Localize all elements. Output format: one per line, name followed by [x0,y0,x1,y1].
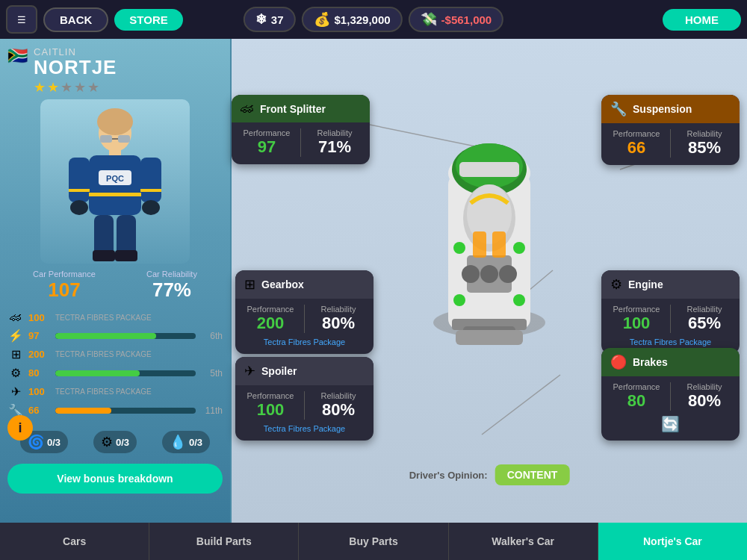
spoiler-perf: Performance 100 [244,391,297,420]
car-stats: Car Performance 107 Car Reliability 77% [7,270,223,302]
star-2: ★ [47,79,59,96]
spoiler-package: Tectra Fibres Package [244,424,365,433]
part-bar-6 [55,408,196,414]
part-row-2: ⚡ 97 6th [7,329,223,343]
svg-rect-46 [492,231,506,258]
bonus-item-2: ⚙ 0/3 [93,431,137,453]
front-splitter-header: 🏎 Front Splitter [232,95,370,122]
part-row-6: 🔧 66 11th [7,403,223,417]
bonus-text-2: 0/3 [116,437,129,448]
part-value-4: 80 [28,367,51,379]
driver-flag: 🇿🇦 [7,46,28,66]
menu-button[interactable]: ☰ [6,5,37,34]
svg-line-24 [482,375,560,435]
svg-rect-45 [473,231,486,258]
brakes-perf-value: 80 [610,391,663,411]
engine-rel: Reliability 65% [678,305,731,333]
gearbox-card: ⊞ Gearbox Performance 200 Reliability 80… [235,270,374,354]
driver-lastname: NORTJE [34,57,117,77]
engine-package: Tectra Fibres Package [610,337,731,346]
gearbox-header: ⊞ Gearbox [235,270,374,299]
top-bar-left: ☰ BACK STORE [6,5,183,34]
opinion-badge: CONTENT [495,464,570,485]
brakes-rel: Reliability 80% [678,382,731,411]
store-button[interactable]: STORE [114,9,182,31]
tab-nortjes-car[interactable]: Nortje's Car [598,523,747,560]
tab-walkers-car[interactable]: Walker's Car [449,523,598,560]
front-splitter-stats: Performance 97 Reliability 71% [241,128,361,157]
view-bonus-button[interactable]: View bonus breakdown [7,464,223,494]
front-splitter-rel-value: 71% [309,137,361,157]
star-3: ★ [61,79,72,96]
bonus-text-1: 0/3 [47,437,61,448]
part-icon-2: ⚡ [7,329,24,343]
driver-image: PQC [40,99,190,264]
engine-rel-value: 65% [678,314,731,333]
cost-icon: 💸 [421,11,437,28]
svg-point-35 [462,265,480,283]
tab-cars[interactable]: Cars [0,523,149,560]
part-package-3: TECTRA FIBRES PACKAGE [55,350,223,358]
suspension-card: 🔧 Suspension Performance 66 Reliability … [601,95,740,165]
front-splitter-perf: Performance 97 [241,128,293,157]
home-button[interactable]: HOME [663,9,741,31]
spoiler-rel-value: 80% [312,400,365,420]
svg-point-11 [70,200,88,215]
gearbox-icon: ⊞ [244,276,255,293]
tab-buy-parts[interactable]: Buy Parts [299,523,448,560]
bonus-icons: 🌀 0/3 ⚙ 0/3 💧 0/3 [7,431,223,453]
brakes-header: 🔴 Brakes [601,348,740,376]
svg-rect-14 [117,215,136,256]
engine-stats: Performance 100 Reliability 65% [610,305,731,333]
gearbox-title: Gearbox [261,279,304,290]
svg-rect-6 [69,158,90,202]
suspension-header: 🔧 Suspension [601,95,740,123]
brakes-perf: Performance 80 [610,382,663,411]
svg-rect-13 [94,215,114,256]
part-row-5: ✈ 100 TECTRA FIBRES PACKAGE [7,385,223,399]
car-performance-label: Car Performance [33,270,96,279]
part-row-3: ⊞ 200 TECTRA FIBRES PACKAGE [7,347,223,361]
svg-rect-2 [109,148,121,155]
drivers-opinion: Driver's Opinion: CONTENT [409,464,570,485]
brakes-icon: 🔴 [610,354,627,370]
bonus-icon-3: 💧 [170,434,186,450]
part-icon-3: ⊞ [7,347,24,361]
svg-rect-18 [118,135,130,143]
part-package-1: TECTRA FIBRES PACKAGE [55,314,223,322]
part-row-4: ⚙ 80 5th [7,366,223,380]
svg-text:PQC: PQC [106,174,124,183]
info-badge[interactable]: i [7,415,33,441]
back-button[interactable]: BACK [43,7,108,32]
divider [670,305,671,333]
menu-icon: ☰ [17,14,26,25]
bottom-nav: Cars Build Parts Buy Parts Walker's Car … [0,523,747,560]
crystals-value: 37 [271,13,284,26]
tab-build-parts[interactable]: Build Parts [149,523,299,560]
gearbox-rel-value: 80% [312,314,365,333]
bonus-text-3: 0/3 [189,437,202,448]
cost-value: -$561,000 [441,13,492,26]
divider [670,129,671,158]
part-package-5: TECTRA FIBRES PACKAGE [55,388,223,396]
part-value-3: 200 [28,349,51,360]
star-4: ★ [74,79,86,96]
svg-rect-8 [89,193,141,196]
front-splitter-icon: 🏎 [241,101,254,116]
svg-rect-44 [456,330,523,345]
car-performance-block: Car Performance 107 [33,270,96,302]
right-area: 🏎 Front Splitter Performance 97 Reliabil… [232,39,747,523]
svg-point-40 [453,294,465,306]
svg-rect-15 [93,250,115,261]
spoiler-card: ✈ Spoiler Performance 100 Reliability 80… [235,357,374,441]
gearbox-perf: Performance 200 [244,305,297,333]
parts-list: 🏎 100 TECTRA FIBRES PACKAGE ⚡ 97 6th ⊞ 2… [7,311,223,422]
crystal-icon: ❄ [255,11,267,28]
top-bar: ☰ BACK STORE ❄ 37 💰 $1,329,000 💸 -$561,0… [0,0,747,39]
spoiler-rel: Reliability 80% [312,391,365,420]
svg-point-38 [453,242,465,254]
suspension-perf-value: 66 [610,138,663,158]
divider [304,305,305,333]
star-1: ★ [34,79,46,96]
svg-rect-16 [115,250,137,261]
